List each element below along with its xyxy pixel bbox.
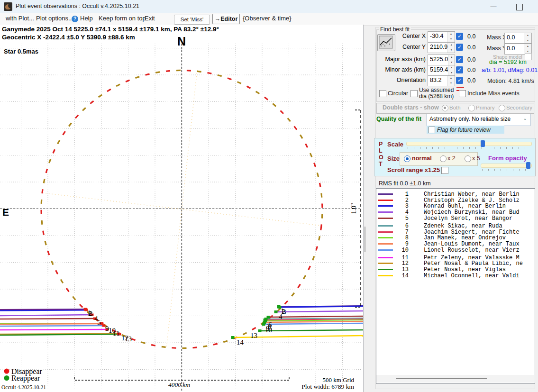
mass-x-label: Mass X [487,34,507,41]
scale-slider-thumb[interactable] [481,140,485,147]
chord-4-pre [0,315,92,316]
north-label: N [177,35,186,48]
fbf-field-0[interactable]: -30.4▲▼ [428,31,455,42]
observer-list-hscrollbar[interactable] [376,375,534,383]
mass-x-value[interactable]: 0.0 [505,33,524,43]
fbf-checkbox-1[interactable]: ✓ [456,44,463,51]
use-assumed-dia-checkbox[interactable] [410,90,418,97]
observer-swatch-10 [378,249,393,251]
mass-y-value[interactable]: 0.0 [505,44,524,54]
plot-width-label: Plot width: 6789 km [301,383,354,390]
include-miss-checkbox[interactable] [459,90,466,97]
mass-y-label: Mass Y [487,45,506,52]
radio-secondary[interactable] [499,105,505,111]
fbf-field-1[interactable]: 2110.9▲▼ [428,42,455,53]
observer-swatch-4 [378,211,393,213]
fbf-checkbox-0[interactable]: ✓ [456,33,463,40]
svg-text:3: 3 [89,310,93,318]
radio-both-label: Both [449,105,461,110]
disappear-legend-dot [4,369,9,374]
observer-name-10[interactable]: Lionel Rousselot, near Vierz [424,247,534,254]
include-miss-label: Include Miss events [467,90,520,97]
editor-button[interactable]: →Editor [212,14,240,24]
size-x5-radio[interactable] [465,155,471,162]
fbf-checkbox-2[interactable]: ✓ [456,56,463,63]
observer-num-5[interactable]: 5 [398,215,409,222]
observer-name-14[interactable]: Michael Oconnell, near Valdi [424,273,534,279]
mass-x-spinner[interactable]: ▲▼ [524,33,531,43]
chord-3-post [280,306,363,307]
menu-keep-on-top[interactable]: Keep form on top [99,15,146,22]
observer-num-10[interactable]: 10 [398,247,409,254]
fbf-label-1: Center Y [364,44,426,50]
radio-primary[interactable] [468,105,475,111]
mass-x-field[interactable]: 0.0 ▲▼ [504,33,532,44]
observer-swatch-12 [378,263,393,264]
observer-swatch-14 [378,275,393,276]
set-miss-times-button[interactable]: Set 'Miss' Times [174,15,210,25]
observer-swatch-2 [378,200,393,201]
size-normal-label: normal [412,155,432,162]
fbf-spinner-1[interactable]: ▲▼ [447,43,455,53]
fbf-spinner-0[interactable]: ▲▼ [447,32,455,42]
maximize-button[interactable] [516,4,523,10]
star-size-label: Star 0.5mas [4,48,38,55]
fbf-checkbox-4[interactable]: ✓ [456,77,463,84]
scale-label: Scale [387,141,403,148]
scroll-range-checkbox[interactable] [441,167,448,174]
fbf-residual-1: 0.0 [467,44,475,51]
fbf-field-2[interactable]: 5225.0▲▼ [428,55,455,65]
observer-time-label: {Observer & time} [243,15,292,22]
fbf-label-0: Center X [364,33,426,39]
fbf-label-4: Orientation [364,77,426,83]
observer-name-5[interactable]: Jocelyn Serot, near Bangor [424,215,534,222]
chord-11-pre [0,329,107,330]
plot-header-1: Ganymede 2025 Oct 14 5225.0 ±74.1 x 5159… [2,26,219,33]
observer-swatch-11 [378,257,393,258]
plot-area[interactable]: 11223344567899101011121313141.0"4000 kmG… [0,25,364,392]
size-x2-radio[interactable] [440,155,447,162]
quality-combobox[interactable]: Astrometry only. No reliable size ⌄ [427,114,530,126]
svg-text:13: 13 [125,335,132,343]
app-window: Plot event observations : Occult v.4.202… [0,0,538,392]
radio-both[interactable] [442,105,448,111]
observer-swatch-9 [378,243,393,245]
size-normal-radio[interactable] [404,155,410,162]
minimize-button[interactable]: — [483,0,504,13]
svg-text:4: 4 [279,313,283,320]
fbf-spinner-2[interactable]: ▲▼ [448,55,455,65]
fbf-field-3[interactable]: 5159.4▲▼ [428,65,455,76]
scale-slider-ticks [408,147,529,149]
observer-swatch-13 [378,269,393,270]
flag-checkbox[interactable] [429,127,435,133]
mass-y-spinner[interactable]: ▲▼ [524,44,531,54]
menu-exit[interactable]: Exit [145,15,155,22]
fbf-spinner-3[interactable]: ▲▼ [448,65,455,75]
help-icon[interactable]: ? [72,16,78,22]
fbf-field-4[interactable]: 83.2▲▼ [428,75,455,86]
scale-slider[interactable] [406,142,532,146]
splitter-handle[interactable] [365,227,365,252]
find-best-fit-title: Find best fit [379,26,411,33]
form-opacity-label: Form opacity [488,155,527,162]
ab-dmag-readout: a/b: 1.01, dMag: 0.01 [482,67,538,73]
radio-secondary-label: Secondary [506,105,532,110]
fbf-checkbox-3[interactable]: ✓ [456,66,463,73]
reappear-marker-4 [274,310,278,313]
svg-text:5: 5 [97,319,101,326]
menu-with-plot[interactable]: with Plot... [6,15,34,22]
menu-plot-options[interactable]: Plot options... [36,15,73,22]
form-opacity-slider[interactable] [481,164,532,168]
form-opacity-thumb[interactable] [526,162,530,169]
fbf-spinner-4[interactable]: ▲▼ [447,76,455,86]
fbf-label-3: Minor axis (km) [364,66,426,73]
observer-num-14[interactable]: 14 [398,273,409,279]
svg-text:10: 10 [265,326,272,334]
use-assumed-label-1: Use assumed [419,87,454,93]
circular-checkbox[interactable] [379,90,386,97]
reappear-legend-dot [4,375,9,381]
hscrollbar-thumb[interactable] [396,378,487,379]
circular-label: Circular [388,90,408,97]
menu-help[interactable]: Help [80,15,93,22]
reappear-marker-13 [258,329,262,332]
